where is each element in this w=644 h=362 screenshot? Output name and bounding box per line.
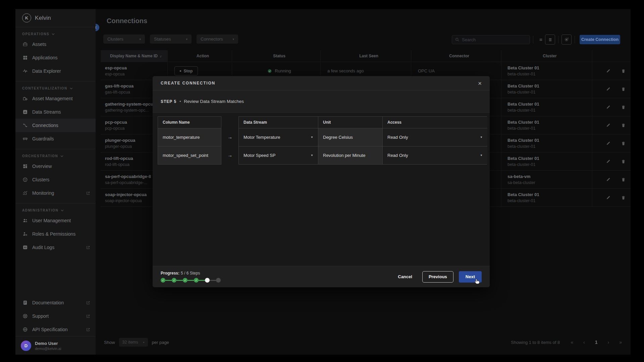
user-account[interactable]: D Demo User demo@kelvin.ai [15, 337, 96, 355]
sidebar-item-api-specification[interactable]: API Specification [15, 323, 96, 336]
column-header-display-name[interactable]: Display Name & Name ID ↓↑ [101, 50, 167, 62]
sidebar-item-audit-logs[interactable]: Audit Logs [15, 241, 96, 254]
app-window: K Kelvin· OPERATIONS Assets Applications… [15, 9, 631, 355]
step-label: STEP 5 [161, 99, 176, 104]
pagination-previous[interactable]: ‹ [583, 340, 585, 345]
divider [575, 36, 575, 43]
sidebar-item-assets[interactable]: Assets [15, 38, 96, 51]
delete-icon[interactable] [621, 68, 626, 73]
guardrails-icon [22, 136, 28, 142]
sidebar-item-data-streams[interactable]: Data Streams [15, 105, 96, 119]
next-button[interactable]: Next [459, 271, 482, 283]
edit-icon[interactable] [606, 195, 611, 200]
chevron-left-icon: ‹ [96, 25, 96, 29]
view-compact-button[interactable] [536, 35, 545, 44]
delete-icon[interactable] [621, 177, 626, 182]
access-select[interactable]: Read Only▼ [382, 128, 487, 146]
caret-down-icon: ▾ [139, 38, 141, 41]
sidebar: K Kelvin· OPERATIONS Assets Applications… [15, 9, 96, 355]
edit-icon[interactable] [606, 159, 611, 164]
sidebar-item-label: Assets [32, 42, 46, 47]
sidebar-item-connections[interactable]: Connections [15, 119, 96, 132]
create-connection-button[interactable]: Create Connection [580, 35, 620, 44]
filter-clusters[interactable]: Clusters ▾ [103, 35, 145, 44]
brand-logo: K Kelvin· [15, 9, 96, 27]
edit-icon[interactable] [606, 105, 611, 110]
sidebar-item-label: API Specification [32, 327, 68, 332]
table-settings-button[interactable] [561, 35, 572, 45]
cluster-id: beta-cluster-01 [507, 198, 592, 203]
filter-bar: Clusters ▾ Statuses ▾ Connectors ▾ [103, 35, 238, 44]
view-list-button[interactable] [545, 35, 555, 45]
sidebar-item-monitoring[interactable]: Monitoring [15, 186, 96, 200]
delete-icon[interactable] [621, 159, 626, 164]
filter-statuses[interactable]: Statuses ▾ [150, 35, 192, 44]
edit-icon[interactable] [606, 177, 611, 182]
edit-icon[interactable] [606, 123, 611, 128]
external-link-icon [86, 327, 90, 332]
match-arrows: → → [221, 116, 238, 165]
pagination-next[interactable]: › [608, 340, 609, 345]
modal-step-bar: STEP 5 • Review Data Stream Matches [153, 90, 490, 113]
stream-match-table: Column Name motor_temperature motor_spee… [158, 116, 490, 165]
sidebar-item-roles-permissions[interactable]: Roles & Permissions [15, 227, 96, 241]
brand-name-text: Kelvin [35, 15, 51, 21]
filter-label: Statuses [154, 37, 171, 42]
sidebar-collapse-button[interactable]: ‹ [96, 24, 99, 31]
check-icon: ✓ [173, 279, 175, 282]
stop-icon: ■ [180, 70, 181, 72]
delete-icon[interactable] [621, 123, 626, 128]
sidebar-item-guardrails[interactable]: Guardrails [15, 132, 96, 145]
data-stream-select[interactable]: Motor Speed SP▼ [239, 146, 318, 164]
delete-icon[interactable] [621, 86, 626, 92]
filter-connectors[interactable]: Connectors ▾ [197, 35, 238, 44]
sidebar-item-data-explorer[interactable]: Data Explorer [15, 64, 96, 78]
section-header-contextualization[interactable]: CONTEXTUALIZATION [15, 81, 96, 92]
sidebar-item-overview[interactable]: Overview [15, 160, 96, 173]
toolbar: Create Connection [452, 35, 620, 45]
previous-button[interactable]: Previous [422, 271, 453, 283]
search-box[interactable] [452, 35, 530, 44]
pagination-first[interactable]: « [571, 340, 573, 345]
stop-button[interactable]: ■Stop [174, 66, 198, 75]
sidebar-item-support[interactable]: Support [15, 309, 96, 323]
clusters-icon [22, 177, 28, 183]
column-label: Last Seen [359, 54, 378, 58]
step-done-dot: ✓ [183, 278, 187, 283]
data-stream-select[interactable]: Motor Temperature▼ [239, 128, 318, 146]
user-email: demo@kelvin.ai [35, 347, 61, 351]
external-link-icon [86, 191, 90, 195]
cluster-name: Beta Cluster 01 [507, 65, 592, 70]
cluster-name: Beta Cluster 01 [507, 102, 592, 107]
delete-icon[interactable] [621, 105, 626, 110]
sidebar-item-label: Applications [32, 55, 58, 60]
sidebar-item-applications[interactable]: Applications [15, 51, 96, 64]
chevron-down-icon [60, 155, 63, 157]
sidebar-item-asset-management[interactable]: Asset Management [15, 92, 96, 105]
access-select[interactable]: Read Only▼ [382, 146, 487, 164]
page-size-select[interactable]: 32 items ▾ [119, 338, 148, 347]
search-icon [455, 38, 460, 42]
sidebar-item-clusters[interactable]: Clusters [15, 173, 96, 186]
access-value: Read Only [387, 135, 408, 140]
sidebar-item-documentation[interactable]: Documentation [15, 296, 96, 309]
edit-icon[interactable] [606, 141, 611, 146]
monitoring-icon [22, 190, 28, 196]
section-header-orchestration[interactable]: ORCHESTRATION [15, 149, 96, 160]
brand-name: Kelvin· [35, 15, 52, 21]
column-label: Display Name & Name ID [110, 54, 158, 58]
edit-icon[interactable] [606, 86, 611, 92]
search-input[interactable] [462, 37, 519, 42]
edit-icon[interactable] [606, 68, 611, 73]
cancel-button[interactable]: Cancel [398, 274, 412, 279]
sidebar-item-user-management[interactable]: User Management [15, 214, 96, 227]
pagination-current-page[interactable]: 1 [595, 340, 598, 345]
section-header-administration[interactable]: ADMINISTRATION [15, 203, 96, 214]
section-header-operations[interactable]: OPERATIONS [15, 27, 96, 38]
stop-label: Stop [184, 69, 193, 73]
unit-cell: Revolution per Minute [318, 146, 382, 164]
close-icon[interactable]: × [478, 80, 482, 86]
delete-icon[interactable] [621, 195, 626, 200]
pagination-last[interactable]: » [619, 340, 622, 345]
delete-icon[interactable] [621, 141, 626, 146]
